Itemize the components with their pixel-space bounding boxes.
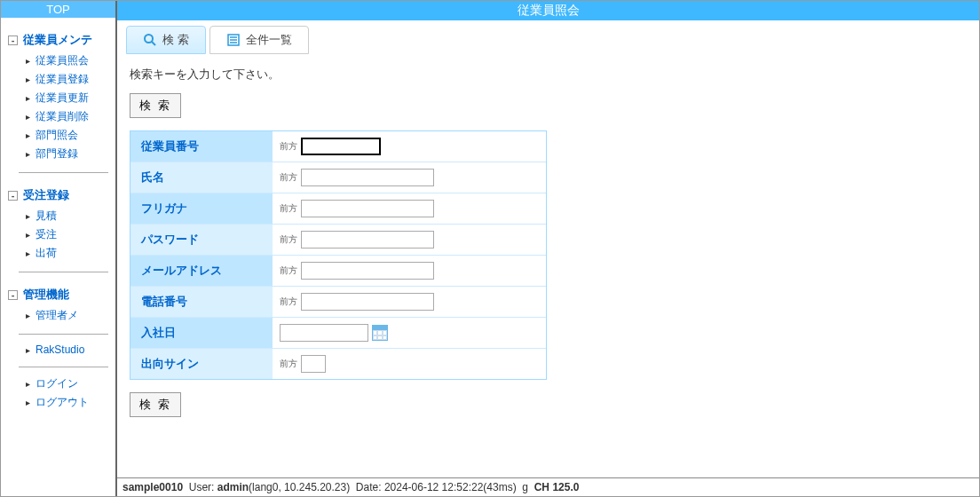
sidebar-extra: RakStudio [1, 342, 115, 358]
field-label-furigana: フリガナ [130, 193, 273, 224]
field-label-name: 氏名 [130, 162, 273, 193]
status-date: 2024-06-12 12:52:22(43ms) [384, 481, 517, 493]
collapse-icon: - [8, 290, 18, 300]
group-title: 管理機能 [23, 287, 69, 303]
tab-search[interactable]: 検 索 [126, 26, 206, 54]
name-input[interactable] [301, 169, 434, 186]
status-bar: sample0010 User: admin(lang0, 10.245.20.… [117, 477, 979, 496]
divider [19, 172, 108, 173]
secondment-input[interactable] [301, 355, 326, 373]
email-input[interactable] [301, 262, 434, 280]
calendar-icon[interactable] [372, 325, 388, 341]
match-prefix: 前方 [280, 266, 297, 275]
phone-input[interactable] [301, 293, 434, 311]
furigana-input[interactable] [301, 200, 434, 217]
sidebar-group-orders: - 受注登録 見積 受注 出荷 [1, 184, 115, 263]
group-items: 管理者メ [1, 306, 115, 325]
status-date-label: Date: [356, 481, 382, 493]
sidebar-group-toggle[interactable]: - 管理機能 [1, 283, 115, 306]
sidebar-top-link[interactable]: TOP [1, 1, 115, 18]
sidebar-item[interactable]: 管理者メ [26, 306, 115, 325]
search-icon [143, 33, 157, 47]
match-prefix: 前方 [280, 142, 297, 151]
collapse-icon: - [8, 191, 18, 201]
divider [19, 334, 108, 335]
match-prefix: 前方 [280, 173, 297, 182]
search-button-bottom[interactable]: 検 索 [130, 392, 181, 417]
match-prefix: 前方 [280, 297, 297, 306]
list-icon [226, 33, 241, 47]
sidebar-group-toggle[interactable]: - 従業員メンテ [1, 28, 115, 51]
divider [19, 272, 108, 272]
group-items: 従業員照会 従業員登録 従業員更新 従業員削除 部門照会 部門登録 [1, 51, 115, 163]
svg-point-0 [145, 35, 153, 43]
emp-no-input[interactable] [301, 138, 381, 155]
sidebar-item[interactable]: 部門登録 [26, 145, 115, 163]
page-title: 従業員照会 [117, 1, 979, 20]
status-ch: 125.0 [552, 481, 579, 493]
sidebar-group-admin: - 管理機能 管理者メ [1, 283, 115, 325]
search-button-top[interactable]: 検 索 [130, 93, 181, 118]
search-instruction: 検索キーを入力して下さい。 [130, 67, 967, 83]
status-user-detail: (lang0, 10.245.20.23) [249, 481, 350, 493]
sidebar-item[interactable]: 部門照会 [26, 126, 115, 145]
field-label-email: メールアドレス [130, 256, 273, 286]
tab-row: 検 索 全件一覧 [117, 20, 979, 54]
status-app: sample0010 [122, 481, 183, 493]
sidebar-group-employees: - 従業員メンテ 従業員照会 従業員登録 従業員更新 従業員削除 部門照会 部門… [1, 28, 115, 163]
field-label-joindate: 入社日 [130, 318, 273, 348]
tab-label: 検 索 [162, 32, 189, 48]
sidebar-auth: ログイン ログアウト [1, 375, 115, 412]
password-input[interactable] [301, 231, 434, 248]
status-user-label: User: [189, 481, 215, 493]
sidebar-item[interactable]: 従業員登録 [26, 70, 115, 89]
match-prefix: 前方 [280, 359, 297, 368]
join-date-input[interactable] [280, 324, 368, 342]
sidebar-item[interactable]: 受注 [26, 225, 115, 244]
group-title: 受注登録 [23, 187, 69, 203]
main: 従業員照会 検 索 全件一覧 検索キーを入力して下さい。 検 索 従業員番号 [117, 1, 979, 496]
collapse-icon: - [8, 36, 18, 45]
field-label-secondment: 出向サイン [130, 349, 273, 379]
group-title: 従業員メンテ [23, 32, 92, 48]
divider [19, 367, 108, 367]
match-prefix: 前方 [280, 204, 297, 213]
status-g: g [522, 481, 528, 493]
sidebar-item[interactable]: 見積 [26, 207, 115, 225]
status-ch-label: CH [534, 481, 549, 493]
status-user: admin [217, 481, 249, 493]
field-label-phone: 電話番号 [130, 287, 273, 317]
sidebar-item-rakstudio[interactable]: RakStudio [26, 342, 115, 358]
content: 検索キーを入力して下さい。 検 索 従業員番号 前方 氏名 前方 フリガナ 前方… [117, 54, 979, 496]
sidebar-group-toggle[interactable]: - 受注登録 [1, 184, 115, 207]
tab-list[interactable]: 全件一覧 [209, 26, 309, 54]
sidebar-item[interactable]: 従業員照会 [26, 51, 115, 70]
tab-label: 全件一覧 [246, 32, 292, 48]
field-label-empno: 従業員番号 [130, 131, 273, 162]
search-form: 従業員番号 前方 氏名 前方 フリガナ 前方 パスワード 前方 メールアドレス [130, 130, 547, 380]
match-prefix: 前方 [280, 235, 297, 244]
sidebar-item-login[interactable]: ログイン [26, 375, 115, 393]
sidebar-item[interactable]: 出荷 [26, 244, 115, 263]
sidebar: TOP - 従業員メンテ 従業員照会 従業員登録 従業員更新 従業員削除 部門照… [1, 1, 117, 496]
svg-line-1 [152, 42, 155, 45]
sidebar-item-logout[interactable]: ログアウト [26, 393, 115, 412]
sidebar-item[interactable]: 従業員更新 [26, 89, 115, 107]
group-items: 見積 受注 出荷 [1, 207, 115, 263]
sidebar-item[interactable]: 従業員削除 [26, 107, 115, 126]
field-label-password: パスワード [130, 225, 273, 255]
